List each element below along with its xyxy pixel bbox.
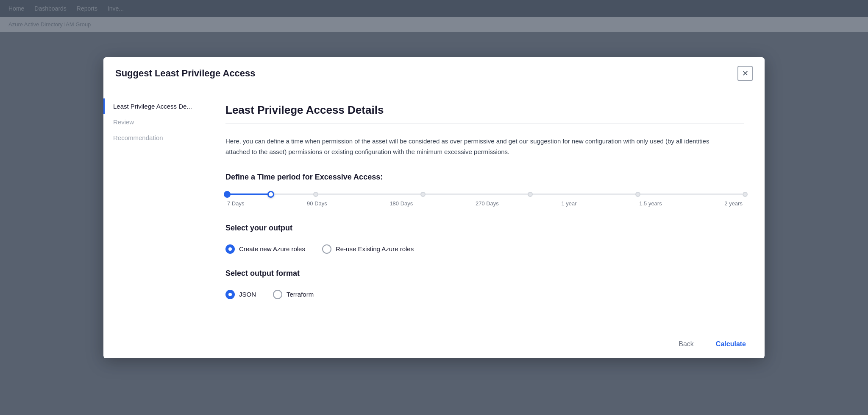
slider-labels: 7 Days 90 Days 180 Days 270 Days 1 year … (227, 200, 743, 207)
slider-thumb-current[interactable] (267, 191, 274, 198)
slider-tick-2year (743, 192, 748, 197)
modal-footer: Back Calculate (103, 330, 765, 358)
sidebar-item-recommendation[interactable]: Recommendation (103, 130, 205, 146)
slider-tick-270 (420, 192, 426, 197)
slider-label-7days: 7 Days (227, 200, 244, 207)
radio-create-new[interactable]: Create new Azure roles (225, 244, 305, 254)
section-title: Least Privilege Access Details (225, 104, 744, 117)
output-radio-group: Create new Azure roles Re-use Existing A… (225, 244, 744, 254)
time-period-section: Define a Time period for Excessive Acces… (225, 173, 744, 207)
radio-json-circle (225, 290, 235, 299)
time-period-label: Define a Time period for Excessive Acces… (225, 173, 744, 182)
close-button[interactable]: ✕ (737, 66, 753, 81)
slider-track (227, 193, 743, 195)
output-section-title: Select your output (225, 224, 744, 233)
back-button[interactable]: Back (672, 337, 701, 351)
modal-body: Least Privilege Access De... Review Reco… (103, 88, 765, 330)
description-text: Here, you can define a time when permiss… (225, 136, 734, 157)
radio-reuse-circle (322, 244, 331, 254)
format-section-title: Select output format (225, 269, 744, 278)
modal-header: Suggest Least Privilege Access ✕ (103, 57, 765, 88)
radio-json[interactable]: JSON (225, 290, 256, 299)
divider (225, 123, 744, 124)
slider-fill (227, 193, 271, 195)
time-slider-container: 7 Days 90 Days 180 Days 270 Days 1 year … (225, 193, 744, 207)
sidebar-item-review[interactable]: Review (103, 114, 205, 130)
wizard-sidebar: Least Privilege Access De... Review Reco… (103, 88, 205, 330)
radio-reuse[interactable]: Re-use Existing Azure roles (322, 244, 414, 254)
slider-track-wrapper (227, 193, 743, 195)
slider-label-180days: 180 Days (389, 200, 413, 207)
format-section: Select output format JSON Terraform (225, 269, 744, 299)
radio-reuse-label: Re-use Existing Azure roles (336, 245, 414, 252)
sidebar-item-least-privilege[interactable]: Least Privilege Access De... (103, 98, 205, 114)
radio-terraform[interactable]: Terraform (273, 290, 314, 299)
radio-json-label: JSON (239, 291, 256, 298)
radio-create-new-label: Create new Azure roles (239, 245, 305, 252)
modal-container: Suggest Least Privilege Access ✕ Least P… (103, 57, 765, 358)
modal-overlay: Suggest Least Privilege Access ✕ Least P… (0, 0, 868, 415)
output-section: Select your output Create new Azure role… (225, 224, 744, 254)
slider-label-1year: 1 year (561, 200, 576, 207)
format-radio-group: JSON Terraform (225, 290, 744, 299)
slider-tick-1year (528, 192, 533, 197)
slider-tick-180 (313, 192, 318, 197)
slider-label-90days: 90 Days (307, 200, 327, 207)
slider-tick-1-5year (635, 192, 640, 197)
radio-terraform-label: Terraform (287, 291, 314, 298)
slider-label-270days: 270 Days (476, 200, 499, 207)
slider-thumb-start[interactable] (224, 191, 231, 198)
modal-title: Suggest Least Privilege Access (115, 68, 256, 79)
calculate-button[interactable]: Calculate (709, 337, 753, 351)
main-content: Least Privilege Access Details Here, you… (205, 88, 765, 330)
radio-create-new-circle (225, 244, 235, 254)
slider-label-2years: 2 years (724, 200, 743, 207)
radio-terraform-circle (273, 290, 282, 299)
slider-label-1-5years: 1.5 years (639, 200, 662, 207)
